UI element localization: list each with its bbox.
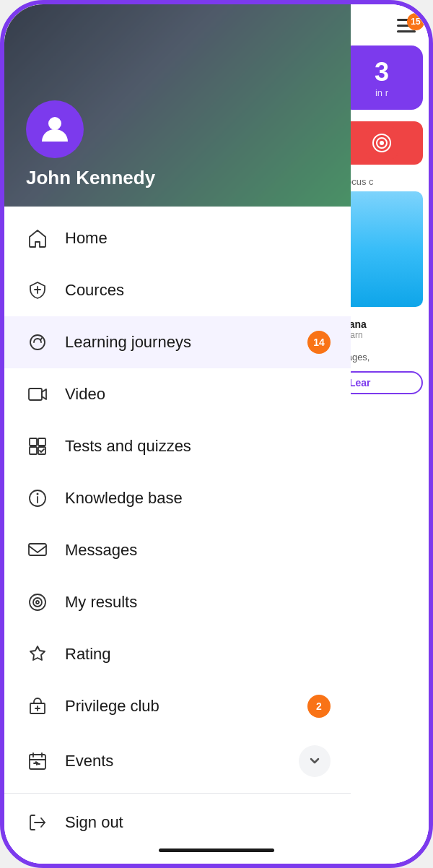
messages-icon [25,537,51,563]
sidebar-item-label: My results [65,593,331,612]
svg-point-12 [37,493,39,495]
purple-card-number: 3 [348,57,416,87]
red-icon-card[interactable] [341,121,423,165]
sidebar-item-signout[interactable]: Sign out [4,797,351,849]
sidebar-item-label: Sign out [65,813,331,832]
svg-rect-7 [38,438,45,446]
sidebar-item-courses[interactable]: Cources [4,264,351,316]
focus-label: Focus c [341,176,423,187]
sidebar-item-events[interactable]: Events [4,732,351,790]
svg-rect-8 [30,447,37,454]
profile-name: John Kennedy [26,167,329,189]
phone-frame: 15 3 in r Focus c [0,0,433,868]
screen: 15 3 in r Focus c [4,4,429,864]
lear-button[interactable]: Lear [341,371,423,394]
notification-badge: 15 [407,13,424,30]
sidebar-item-label: Knowledge base [65,489,331,508]
chevron-down-icon [307,754,322,768]
sidebar-item-video[interactable]: Video [4,368,351,420]
svg-rect-5 [29,389,42,400]
signout-icon [25,810,51,836]
nav-list: Home Cources [4,207,351,864]
purple-card-subtitle: in r [348,87,416,98]
sidebar-item-label: Events [65,752,293,771]
svg-point-16 [36,601,39,604]
drawer: John Kennedy Home Cources [4,4,351,864]
svg-point-3 [48,117,61,130]
sidebar-item-tests[interactable]: Tests and quizzes [4,420,351,472]
divider [4,793,351,794]
sidebar-item-label: Video [65,385,331,404]
rating-icon [25,641,51,667]
sidebar-item-label: Tests and quizzes [65,437,331,456]
svg-point-2 [380,141,384,145]
home-indicator [159,849,274,852]
sidebar-item-label: Rating [65,645,331,664]
sidebar-item-label: Home [65,229,331,248]
events-chevron-button[interactable] [299,745,331,777]
sidebar-item-label: Messages [65,541,331,560]
sidebar-item-learning-journeys[interactable]: Learning journeys 14 [4,316,351,368]
journey-icon [25,329,51,355]
sidebar-item-messages[interactable]: Messages [4,524,351,576]
learning-journeys-badge: 14 [307,331,331,354]
card-title: Mana [341,318,423,330]
privilege-icon [25,693,51,719]
sidebar-item-label: Privilege club [65,697,307,716]
knowledge-icon [25,485,51,511]
purple-card[interactable]: 3 in r [341,45,423,110]
privilege-club-badge: 2 [307,695,331,718]
sidebar-item-label: Learning journeys [65,333,307,352]
avatar [26,100,84,158]
sidebar-item-privilege-club[interactable]: Privilege club 2 [4,680,351,732]
svg-rect-20 [30,755,45,769]
sidebar-item-label: Cources [65,281,331,300]
results-icon [25,589,51,615]
sidebar-item-my-results[interactable]: My results [4,576,351,628]
profile-header: John Kennedy [4,4,351,207]
target-icon [366,127,398,159]
sidebar-item-rating[interactable]: Rating [4,628,351,680]
card-sub: Learn [341,330,423,340]
svg-point-14 [30,594,45,610]
sidebar-item-home[interactable]: Home [4,212,351,264]
video-icon [25,381,51,407]
events-icon [25,748,51,774]
profile-overlay: John Kennedy [4,86,351,207]
sidebar-item-knowledge-base[interactable]: Knowledge base [4,472,351,524]
user-icon [39,111,71,147]
courses-icon [25,277,51,303]
hamburger-menu[interactable]: 15 [397,19,421,32]
home-icon [25,225,51,251]
svg-point-4 [30,335,45,350]
svg-point-15 [33,598,42,607]
tests-icon [25,433,51,459]
svg-rect-13 [29,544,46,555]
focus-image[interactable] [341,191,423,307]
svg-rect-6 [30,438,37,446]
